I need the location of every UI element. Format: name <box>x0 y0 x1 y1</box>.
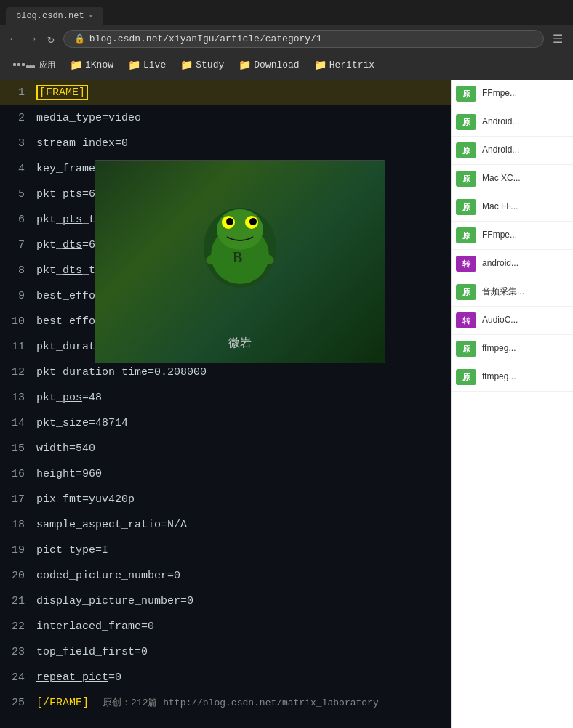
sidebar-text-4: Mac FF... <box>482 201 518 213</box>
line-num-19: 19 <box>0 538 36 563</box>
badge-0: 原 <box>456 86 476 102</box>
code-line-12: 12 pkt_duration_time=0.208000 <box>0 360 451 385</box>
sidebar-item-6[interactable]: 转 android... <box>452 250 573 278</box>
footer-text: 原创：212篇 http://blog.csdn.net/matrix_labo… <box>103 697 379 708</box>
sidebar-item-8[interactable]: 转 AudioC... <box>452 307 573 335</box>
line-num-24: 24 <box>0 665 36 690</box>
line-content-12: pkt_duration_time=0.208000 <box>36 360 207 385</box>
line-num-10: 10 <box>0 309 36 334</box>
sidebar-text-6: android... <box>482 258 518 270</box>
code-line-15: 15 width=540 <box>0 436 451 461</box>
lock-icon: 🔒 <box>74 33 85 44</box>
badge-7: 原 <box>456 284 476 300</box>
badge-10: 原 <box>456 369 476 385</box>
line-content-1: [FRAME] <box>36 80 88 105</box>
sidebar-text-5: FFmpe... <box>482 230 517 241</box>
line-num-17: 17 <box>0 487 36 512</box>
svg-point-5 <box>226 218 233 225</box>
bookmark-heritrix-label: Heritrix <box>329 60 374 70</box>
sidebar-text-9: ffmpeg... <box>482 343 516 355</box>
sidebar-item-1[interactable]: 原 Android... <box>452 108 573 137</box>
line-content-13: pkt_pos=48 <box>36 385 102 410</box>
sidebar-item-5[interactable]: 原 FFmpe... <box>452 222 573 250</box>
folder-icon: 📁 <box>128 59 140 71</box>
line-num-21: 21 <box>0 589 36 614</box>
code-line-16: 16 height=960 <box>0 461 451 487</box>
bookmarks-bar: 应用 📁 iKnow 📁 Live 📁 Study 📁 Download 📁 H… <box>0 52 573 77</box>
line-content-21: display_picture_number=0 <box>36 589 193 614</box>
address-bar[interactable]: 🔒 blog.csdn.net/xiyanIgu/article/categor… <box>63 30 544 48</box>
code-line-21: 21 display_picture_number=0 <box>0 589 451 614</box>
line-num-2: 2 <box>0 105 36 131</box>
frame-close-bracket: [/FRAME] <box>36 697 89 709</box>
line-num-8: 8 <box>0 258 36 283</box>
code-line-18: 18 sample_aspect_ratio=N/A <box>0 512 451 538</box>
sidebar-item-9[interactable]: 原 ffmpeg... <box>452 335 573 363</box>
code-line-24: 24 repeat_pict=0 <box>0 665 451 690</box>
bookmark-download[interactable]: 📁 Download <box>233 57 305 73</box>
line-num-1: 1 <box>0 80 36 105</box>
apps-button[interactable]: 应用 <box>7 57 61 73</box>
back-button[interactable]: ← <box>7 31 20 47</box>
line-num-15: 15 <box>0 436 36 461</box>
bookmark-iknow[interactable]: 📁 iKnow <box>64 57 119 73</box>
badge-4: 原 <box>456 199 476 215</box>
line-num-4: 4 <box>0 156 36 182</box>
sidebar-item-10[interactable]: 原 ffmpeg... <box>452 363 573 392</box>
frame-bracket: [FRAME] <box>36 85 88 100</box>
line-content-2: media_type=video <box>36 105 141 131</box>
bookmark-download-label: Download <box>254 60 299 70</box>
line-num-16: 16 <box>0 461 36 487</box>
sidebar-item-2[interactable]: 原 Android... <box>452 137 573 165</box>
svg-text:B: B <box>233 249 242 265</box>
sidebar-text-1: Android... <box>482 116 519 128</box>
menu-button[interactable]: ☰ <box>550 31 566 48</box>
folder-icon: 📁 <box>239 59 251 71</box>
line-content-3: stream_index=0 <box>36 131 128 156</box>
line-num-20: 20 <box>0 563 36 589</box>
line-num-12: 12 <box>0 360 36 385</box>
address-text: blog.csdn.net/xiyanIgu/article/category/… <box>89 33 322 44</box>
bookmark-live-label: Live <box>143 60 166 70</box>
browser-tab[interactable]: blog.csdn.net ✕ <box>6 7 103 25</box>
bookmark-live[interactable]: 📁 Live <box>122 57 172 73</box>
apps-label: 应用 <box>39 60 55 70</box>
sidebar-panel: 原 FFmpe... 原 Android... 原 Android... 原 M… <box>451 80 573 728</box>
badge-5: 原 <box>456 227 476 243</box>
thumbnail-overlay: B 微岩 <box>95 160 385 363</box>
line-num-7: 7 <box>0 232 36 258</box>
badge-2: 原 <box>456 142 476 158</box>
badge-8: 转 <box>456 312 476 328</box>
tab-close-button[interactable]: ✕ <box>89 12 93 20</box>
line-content-24: repeat_pict=0 <box>36 665 121 690</box>
badge-6: 转 <box>456 256 476 272</box>
svg-point-2 <box>217 209 263 250</box>
line-num-11: 11 <box>0 334 36 360</box>
sidebar-item-0[interactable]: 原 FFmpe... <box>452 80 573 108</box>
code-line-14: 14 pkt_size=48714 <box>0 410 451 436</box>
code-line-3: 3 stream_index=0 <box>0 131 451 156</box>
folder-icon: 📁 <box>70 59 82 71</box>
line-num-3: 3 <box>0 131 36 156</box>
code-panel: 1 [FRAME] 2 media_type=video 3 stream_in… <box>0 80 451 728</box>
tab-label: blog.csdn.net <box>16 11 84 21</box>
line-num-18: 18 <box>0 512 36 538</box>
bookmark-heritrix[interactable]: 📁 Heritrix <box>308 57 380 73</box>
code-line-17: 17 pix_fmt=yuv420p <box>0 487 451 512</box>
line-num-6: 6 <box>0 207 36 232</box>
bookmark-study[interactable]: 📁 Study <box>175 57 230 73</box>
sidebar-item-4[interactable]: 原 Mac FF... <box>452 193 573 222</box>
content-area: 1 [FRAME] 2 media_type=video 3 stream_in… <box>0 80 573 728</box>
line-content-22: interlaced_frame=0 <box>36 614 154 639</box>
forward-button[interactable]: → <box>26 31 39 47</box>
sidebar-item-7[interactable]: 原 音频采集... <box>452 278 573 307</box>
line-content-23: top_field_first=0 <box>36 639 148 665</box>
code-line-20: 20 coded_picture_number=0 <box>0 563 451 589</box>
sidebar-item-3[interactable]: 原 Mac XC... <box>452 165 573 193</box>
refresh-button[interactable]: ↻ <box>44 31 57 48</box>
code-line-25: 25 [/FRAME] 原创：212篇 http://blog.csdn.net… <box>0 690 451 716</box>
line-num-9: 9 <box>0 283 36 309</box>
line-content-19: pict_type=I <box>36 538 108 563</box>
browser-chrome: blog.csdn.net ✕ ← → ↻ 🔒 blog.csdn.net/xi… <box>0 0 573 80</box>
code-line-22: 22 interlaced_frame=0 <box>0 614 451 639</box>
